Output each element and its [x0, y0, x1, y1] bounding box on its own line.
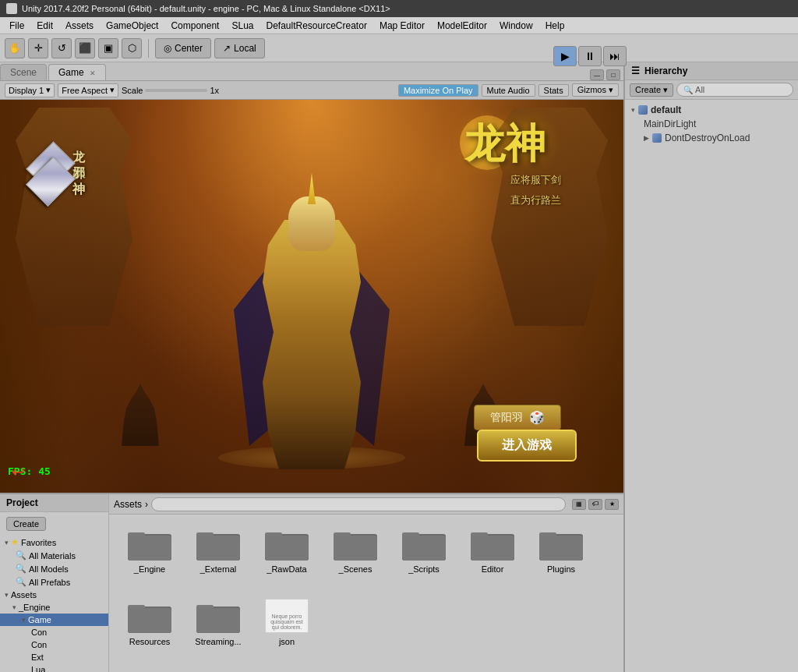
menu-item-defaultresourcecreator[interactable]: DefaultResourceCreator — [260, 19, 373, 33]
menu-item-file[interactable]: File — [3, 19, 30, 33]
all-prefabs-item[interactable]: 🔍 All Prefabs — [0, 575, 108, 589]
tab-game-close[interactable]: ✕ — [90, 69, 96, 77]
project-star-btn[interactable]: ★ — [605, 499, 619, 510]
aspect-select[interactable]: Free Aspect ▾ — [58, 83, 118, 97]
display-label: Display 1 — [9, 86, 44, 95]
tab-maximize-btn[interactable]: □ — [606, 69, 620, 80]
left-panel: Scene Game ✕ — □ Display 1 ▾ Free Aspect… — [0, 62, 623, 672]
maximize-on-play-btn[interactable]: Maximize On Play — [398, 84, 478, 97]
menu-item-slua[interactable]: SLua — [225, 19, 260, 33]
folder-scripts[interactable]: _Scripts — [393, 524, 455, 590]
folder-streaming-icon — [193, 596, 243, 635]
svg-rect-19 — [471, 536, 514, 561]
folder-resources-icon — [125, 596, 175, 635]
folder-external[interactable]: _External — [187, 524, 249, 590]
hierarchy-menu-icon: ☰ — [631, 65, 640, 76]
menu-item-component[interactable]: Component — [164, 19, 225, 33]
class-button-3[interactable]: 邪神 — [35, 162, 94, 201]
tool-move[interactable]: ✛ — [28, 38, 48, 58]
tool-rotate[interactable]: ↺ — [51, 38, 72, 58]
all-materials-item[interactable]: 🔍 All Materials — [0, 549, 108, 562]
file-json[interactable]: Neque porroquisquam estqui dolorem. json — [256, 596, 318, 663]
tab-game[interactable]: Game ✕ — [48, 64, 106, 80]
hierarchy-search[interactable]: 🔍 All — [676, 83, 793, 97]
menu-item-assets[interactable]: Assets — [59, 19, 100, 33]
menu-item-edit[interactable]: Edit — [30, 19, 59, 33]
play-button[interactable]: ▶ — [553, 46, 577, 66]
folder-rawdata-label: _RawData — [267, 564, 306, 574]
enter-game-button[interactable]: 进入游戏 — [477, 430, 577, 462]
tab-scene-label: Scene — [10, 67, 37, 78]
tool-rect[interactable]: ▣ — [98, 38, 118, 58]
menu-item-help[interactable]: Help — [539, 19, 571, 33]
hierarchy-all-label: All — [695, 85, 704, 94]
pause-button[interactable]: ⏸ — [578, 46, 602, 66]
hierarchy-create-button[interactable]: Create ▾ — [630, 83, 673, 97]
search-icon-2: 🔍 — [16, 564, 26, 574]
tool-scale[interactable]: ⬛ — [75, 38, 95, 58]
folder-plugins-label: Plugins — [547, 564, 575, 574]
project-tag-btn[interactable]: 🏷 — [588, 499, 602, 510]
folder-engine[interactable]: _Engine — [118, 524, 181, 590]
hierarchy-item-maindirlight[interactable]: MainDirLight — [625, 117, 798, 131]
bottom-panel: Project Create ▾ ★ Favorites 🔍 All Mater… — [0, 493, 623, 672]
project-create-button[interactable]: Create — [6, 517, 46, 531]
project-grid-view-btn[interactable]: ▦ — [572, 499, 586, 510]
folder-rawdata[interactable]: _RawData — [256, 524, 318, 590]
menu-item-window[interactable]: Window — [493, 19, 539, 33]
folder-scripts-icon — [399, 524, 449, 563]
project-header: Project — [0, 494, 108, 512]
hierarchy-item-dontdestroy[interactable]: ▶ DontDestroyOnLoad — [625, 131, 798, 145]
folder-editor[interactable]: Editor — [461, 524, 524, 590]
assets-tree-item[interactable]: ▾ Assets — [0, 589, 108, 601]
local-button[interactable]: ↗ Local — [214, 38, 265, 58]
pagoda-left — [117, 384, 164, 446]
folder-resources-label: Resources — [129, 637, 171, 646]
game-tree-item[interactable]: ▾ Game — [0, 614, 108, 626]
player-name-input[interactable]: 管阳羽 🎲 — [474, 405, 561, 430]
center-button[interactable]: ◎ Center — [155, 38, 211, 58]
mute-audio-btn[interactable]: Mute Audio — [482, 84, 535, 97]
lua-tree-item[interactable]: Lua — [0, 663, 108, 672]
folder-resources[interactable]: Resources — [118, 596, 181, 663]
engine-arrow-icon: ▾ — [12, 603, 16, 611]
tool-hand[interactable]: ✋ — [5, 38, 25, 58]
back-arrow-icon[interactable]: ↩ — [12, 462, 25, 481]
folder-external-label: _External — [200, 564, 236, 574]
engine-tree-item[interactable]: ▾ _Engine — [0, 601, 108, 614]
tab-game-label: Game — [58, 67, 84, 78]
tab-minimize-btn[interactable]: — — [590, 69, 604, 80]
folder-streaming[interactable]: Streaming... — [187, 596, 249, 663]
scale-control: Scale 1x — [122, 86, 219, 95]
tab-scene[interactable]: Scene — [0, 64, 47, 80]
folder-scenes[interactable]: _Scenes — [324, 524, 387, 590]
breadcrumb-assets[interactable]: Assets — [114, 499, 142, 510]
dontdestroy-cube-icon — [652, 133, 662, 143]
project-search-input[interactable] — [151, 497, 566, 511]
menu-item-gameobject[interactable]: GameObject — [100, 19, 164, 33]
step-button[interactable]: ⏭ — [603, 46, 627, 66]
con-tree-item-2[interactable]: Con — [0, 638, 108, 651]
scale-slider[interactable] — [145, 89, 207, 92]
gizmos-btn[interactable]: Gizmos ▾ — [572, 83, 619, 97]
hierarchy-item-default[interactable]: ▾ default — [625, 103, 798, 117]
project-breadcrumb: Assets › — [114, 499, 148, 510]
ext-tree-item[interactable]: Ext — [0, 651, 108, 663]
file-json-icon: Neque porroquisquam estqui dolorem. — [262, 596, 312, 635]
con-tree-item-1[interactable]: Con — [0, 626, 108, 638]
folder-plugins[interactable]: Plugins — [530, 524, 592, 590]
dontdestroy-expand-icon: ▶ — [644, 134, 649, 142]
favorites-label: Favorites — [21, 538, 56, 547]
all-models-item[interactable]: 🔍 All Models — [0, 562, 108, 575]
stats-btn[interactable]: Stats — [538, 84, 569, 97]
tool-transform[interactable]: ⬡ — [122, 38, 142, 58]
unity-logo-icon — [6, 3, 17, 14]
aspect-arrow-icon: ▾ — [110, 85, 115, 95]
aspect-label: Free Aspect — [62, 86, 108, 95]
all-prefabs-label: All Prefabs — [29, 578, 70, 587]
menu-item-map editor[interactable]: Map Editor — [373, 19, 431, 33]
center-label: Center — [175, 43, 203, 54]
favorites-item[interactable]: ▾ ★ Favorites — [0, 536, 108, 549]
menu-item-modeleditor[interactable]: ModelEditor — [431, 19, 493, 33]
display-select[interactable]: Display 1 ▾ — [5, 83, 55, 97]
